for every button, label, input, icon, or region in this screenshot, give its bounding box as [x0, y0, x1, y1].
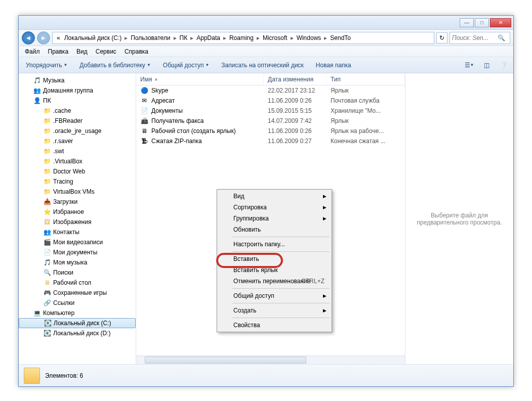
breadcrumb-prefix: «	[55, 34, 62, 41]
tree-item[interactable]: 🎮Сохраненные игры	[19, 288, 136, 298]
forward-button[interactable]: ►	[37, 31, 50, 44]
file-row[interactable]: 🗜Сжатая ZIP-папка11.06.2009 0:27Конечная…	[136, 136, 405, 146]
item-icon: 📁	[43, 188, 51, 196]
breadcrumb[interactable]: « Локальный диск (C:)▸ Пользователи▸ ПК▸…	[52, 32, 434, 44]
breadcrumb-item[interactable]: Локальный диск (C:)	[62, 34, 124, 41]
ctx-create[interactable]: Создать▶	[218, 305, 331, 316]
tree-label: Моя музыка	[53, 259, 87, 266]
burn-button[interactable]: Записать на оптический диск	[218, 60, 307, 71]
column-name[interactable]: Имя▲	[136, 73, 264, 85]
minimize-button[interactable]: —	[460, 18, 474, 27]
ctx-properties[interactable]: Свойства	[218, 320, 331, 331]
file-row[interactable]: ✉Адресат11.06.2009 0:26Почтовая служба	[136, 96, 405, 106]
tree-item[interactable]: 💽Локальный диск (D:)	[19, 328, 136, 338]
menu-tools[interactable]: Сервис	[92, 47, 120, 56]
ctx-undo[interactable]: Отменить переименованиеCTRL+Z	[218, 276, 331, 287]
add-library-button[interactable]: Добавить в библиотеку▼	[76, 60, 153, 71]
file-date: 14.07.2009 7:42	[264, 117, 326, 124]
tree-label: .cache	[53, 107, 71, 114]
menu-help[interactable]: Справка	[120, 47, 152, 56]
tree-item[interactable]: 📁.r.saver	[19, 136, 136, 146]
tree-item[interactable]: 🖥Рабочий стол	[19, 278, 136, 288]
share-button[interactable]: Общий доступ▼	[160, 60, 213, 71]
item-icon: 📄	[43, 248, 51, 256]
tree-label: Сохраненные игры	[53, 289, 107, 296]
tree-item[interactable]: 👤ПК	[19, 96, 136, 106]
search-input[interactable]	[452, 34, 498, 41]
refresh-button[interactable]: ↻	[436, 32, 447, 43]
new-folder-button[interactable]: Новая папка	[313, 60, 354, 71]
breadcrumb-item[interactable]: AppData	[194, 34, 222, 41]
tree-item[interactable]: 👥Домашняя группа	[19, 85, 136, 96]
titlebar: — □ ✕	[19, 16, 513, 30]
tree-item[interactable]: 🔗Ссылки	[19, 298, 136, 308]
file-name: Получатель факса	[151, 117, 204, 124]
file-row[interactable]: 🔵Skype22.02.2017 23:12Ярлык	[136, 85, 405, 96]
ctx-paste-shortcut[interactable]: Вставить ярлык	[218, 264, 331, 276]
column-type[interactable]: Тип	[326, 73, 405, 85]
tree-item[interactable]: 🎬Мои видеозаписи	[19, 237, 136, 247]
tree-item[interactable]: 📁VirtualBox VMs	[19, 187, 136, 197]
tree-item[interactable]: 👥Контакты	[19, 227, 136, 237]
ctx-refresh[interactable]: Обновить	[218, 224, 331, 235]
tree-item[interactable]: 🔍Поиски	[19, 268, 136, 278]
close-button[interactable]: ✕	[490, 18, 511, 27]
item-icon: 🔍	[43, 269, 51, 277]
shortcut-label: CTRL+Z	[301, 278, 324, 285]
preview-pane-button[interactable]: ◫	[481, 60, 492, 71]
preview-pane: Выберите файл для предварительного просм…	[405, 73, 513, 364]
scrollbar-thumb[interactable]	[145, 357, 306, 364]
tree-item[interactable]: 📁.cache	[19, 106, 136, 116]
ctx-group[interactable]: Группировка▶	[218, 213, 331, 224]
maximize-button[interactable]: □	[475, 18, 489, 27]
tree-item[interactable]: 📁.oracle_jre_usage	[19, 126, 136, 136]
breadcrumb-item[interactable]: SendTo	[328, 34, 353, 41]
file-row[interactable]: 📠Получатель факса14.07.2009 7:42Ярлык	[136, 116, 405, 126]
tree-item[interactable]: 📁.VirtualBox	[19, 156, 136, 166]
menu-edit[interactable]: Правка	[44, 47, 73, 56]
tree-item[interactable]: 💽Локальный диск (C:)	[19, 318, 136, 328]
tree-item[interactable]: 🎵Моя музыка	[19, 257, 136, 268]
menubar: Файл Правка Вид Сервис Справка	[19, 46, 513, 57]
navigation-tree[interactable]: 🎵Музыка👥Домашняя группа👤ПК📁.cache📁.FBRea…	[19, 73, 136, 364]
menu-file[interactable]: Файл	[21, 47, 44, 56]
tree-item[interactable]: 🎵Музыка	[19, 75, 136, 85]
item-icon: 👥	[43, 228, 51, 236]
organize-button[interactable]: Упорядочить▼	[23, 60, 70, 71]
ctx-share[interactable]: Общий доступ▶	[218, 290, 331, 301]
tree-item[interactable]: 📁.swt	[19, 146, 136, 156]
breadcrumb-item[interactable]: Windows	[295, 34, 323, 41]
ctx-view[interactable]: Вид▶	[218, 191, 331, 202]
tree-item[interactable]: 🖼Изображения	[19, 217, 136, 227]
breadcrumb-item[interactable]: Microsoft	[261, 34, 290, 41]
menu-view[interactable]: Вид	[72, 47, 92, 56]
tree-item[interactable]: 💻Компьютер	[19, 308, 136, 318]
column-headers: Имя▲ Дата изменения Тип	[136, 73, 405, 85]
list-icon: ☰	[465, 62, 470, 69]
tree-item[interactable]: 📁Tracing	[19, 176, 136, 187]
tree-item[interactable]: 📄Мои документы	[19, 247, 136, 257]
tree-label: Локальный диск (D:)	[53, 330, 111, 337]
tree-item[interactable]: ⭐Избранное	[19, 207, 136, 217]
file-type: Хранилище "Мо...	[326, 107, 405, 114]
file-row[interactable]: 📄Документы15.09.2015 5:15Хранилище "Мо..…	[136, 106, 405, 116]
breadcrumb-item[interactable]: ПК	[178, 34, 190, 41]
ctx-paste[interactable]: Вставить	[218, 253, 331, 264]
item-icon: 👥	[33, 86, 41, 95]
search-box[interactable]: 🔍	[449, 32, 510, 44]
tree-item[interactable]: 📥Загрузки	[19, 197, 136, 207]
separator	[232, 251, 330, 252]
help-button[interactable]: ❔	[498, 60, 509, 71]
ctx-sort[interactable]: Сортировка▶	[218, 202, 331, 213]
back-button[interactable]: ◄	[22, 31, 35, 44]
breadcrumb-item[interactable]: Пользователи	[129, 34, 172, 41]
breadcrumb-item[interactable]: Roaming	[227, 34, 256, 41]
view-options-button[interactable]: ☰▼	[464, 60, 475, 71]
horizontal-scrollbar[interactable]	[136, 355, 405, 364]
file-name: Документы	[151, 107, 183, 114]
ctx-customize[interactable]: Настроить папку...	[218, 239, 331, 250]
tree-item[interactable]: 📁.FBReader	[19, 116, 136, 126]
tree-item[interactable]: 📁Doctor Web	[19, 166, 136, 176]
file-row[interactable]: 🖥Рабочий стол (создать ярлык)11.06.2009 …	[136, 126, 405, 136]
column-date[interactable]: Дата изменения	[264, 73, 326, 85]
